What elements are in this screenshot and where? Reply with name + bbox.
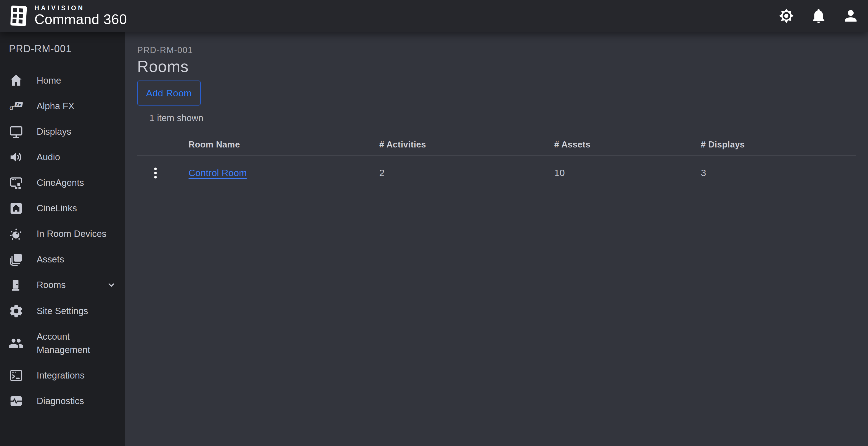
sidebar-item-in-room-devices[interactable]: In Room Devices xyxy=(0,221,125,247)
pulse-icon xyxy=(8,393,25,409)
table-row-cell-room-name: Control Room xyxy=(189,156,379,190)
row-actions-menu[interactable] xyxy=(137,156,189,190)
door-icon xyxy=(8,276,25,293)
sidebar-item-assets[interactable]: Assets xyxy=(0,247,125,272)
topbar-actions xyxy=(777,7,860,25)
column-header-displays: # Displays xyxy=(701,134,856,156)
app-bar: HAIVISION Command 360 xyxy=(0,0,868,32)
gear-icon xyxy=(8,303,25,319)
sidebar-item-cineagents[interactable]: CineAgents xyxy=(0,170,125,196)
column-header-activities: # Activities xyxy=(379,134,554,156)
sidebar-item-label: Home xyxy=(37,74,61,87)
cineagents-window-icon xyxy=(8,174,25,191)
svg-text:fx: fx xyxy=(16,102,21,108)
sidebar-item-label: Account Management xyxy=(37,330,116,357)
home-icon xyxy=(8,72,25,89)
haivision-logo-icon xyxy=(8,5,29,27)
sidebar-item-integrations[interactable]: Integrations xyxy=(0,363,125,388)
svg-text:α: α xyxy=(9,103,14,111)
room-link[interactable]: Control Room xyxy=(189,168,247,178)
kebab-menu-icon xyxy=(153,166,158,180)
sidebar-item-account-management[interactable]: Account Management xyxy=(0,324,125,363)
items-shown-count: 1 item shown xyxy=(149,112,856,124)
sidebar-item-audio[interactable]: Audio xyxy=(0,144,125,170)
table-row-cell-assets: 10 xyxy=(554,156,701,190)
sidebar-item-home[interactable]: Home xyxy=(0,68,125,93)
sidebar-item-site-settings[interactable]: Site Settings xyxy=(0,298,125,324)
page-title: Rooms xyxy=(137,57,856,76)
column-header-assets: # Assets xyxy=(554,134,701,156)
bell-icon xyxy=(810,7,827,24)
stacked-assets-icon xyxy=(8,251,25,268)
main-content: PRD-RM-001 Rooms Add Room 1 item shown R… xyxy=(125,32,868,446)
sidebar-item-rooms[interactable]: Rooms xyxy=(0,272,125,298)
product-name: Command 360 xyxy=(34,12,127,27)
table-header-spacer xyxy=(137,134,189,156)
rooms-table: Room Name # Activities # Assets # Displa… xyxy=(137,134,856,190)
sidebar-item-displays[interactable]: Displays xyxy=(0,119,125,144)
display-icon xyxy=(8,123,25,140)
sidebar-item-label: Rooms xyxy=(37,278,66,292)
sidebar-item-label: Site Settings xyxy=(37,304,88,318)
terminal-window-icon xyxy=(8,367,25,384)
sidebar-item-label: Audio xyxy=(37,150,60,164)
settings-button[interactable] xyxy=(777,7,795,25)
sidebar: PRD-RM-001 Home α fx Alpha FX xyxy=(0,32,125,446)
brand: HAIVISION Command 360 xyxy=(8,4,127,27)
sidebar-site-label: PRD-RM-001 xyxy=(0,43,125,55)
brand-name: HAIVISION xyxy=(34,4,127,12)
chevron-down-icon[interactable] xyxy=(105,279,118,291)
sidebar-item-cinelinks[interactable]: CineLinks xyxy=(0,196,125,221)
sidebar-item-diagnostics[interactable]: Diagnostics xyxy=(0,388,125,414)
table-row-cell-activities: 2 xyxy=(379,156,554,190)
table-row-cell-displays: 3 xyxy=(701,156,856,190)
gear-icon xyxy=(778,7,795,24)
ethernet-port-icon xyxy=(8,200,25,217)
sidebar-item-label: Integrations xyxy=(37,369,85,382)
sidebar-item-label: Alpha FX xyxy=(37,99,74,113)
sidebar-item-label: CineAgents xyxy=(37,176,84,189)
brand-text: HAIVISION Command 360 xyxy=(34,4,127,27)
breadcrumb: PRD-RM-001 xyxy=(137,45,856,56)
notifications-button[interactable] xyxy=(810,7,828,25)
add-room-button[interactable]: Add Room xyxy=(137,81,201,106)
alpha-fx-icon: α fx xyxy=(8,98,25,114)
sidebar-item-label: Assets xyxy=(37,253,64,266)
sidebar-item-label: In Room Devices xyxy=(37,227,106,240)
sidebar-item-label: Diagnostics xyxy=(37,394,84,408)
column-header-room-name: Room Name xyxy=(189,134,379,156)
device-hub-icon xyxy=(8,226,25,242)
people-icon xyxy=(8,335,25,352)
sidebar-item-label: Displays xyxy=(37,125,71,138)
sidebar-item-label: CineLinks xyxy=(37,202,77,215)
sidebar-item-alpha-fx[interactable]: α fx Alpha FX xyxy=(0,93,125,119)
person-icon xyxy=(842,7,859,24)
profile-button[interactable] xyxy=(842,7,860,25)
speaker-icon xyxy=(8,149,25,166)
